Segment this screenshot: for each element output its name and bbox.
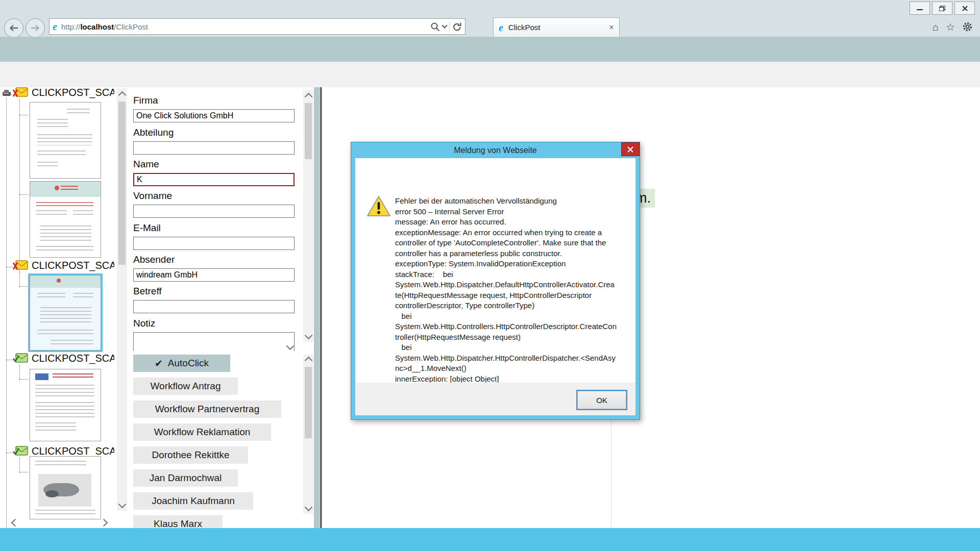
workflow-antrag-button[interactable]: Workflow Antrag [133, 378, 238, 395]
taskbar: >_ e [0, 528, 980, 551]
tree-item-label[interactable]: CLICKPOST_SCAN [32, 353, 114, 364]
tree-item-label[interactable]: CLICKPOST_SCAN [32, 87, 114, 98]
notiz-input[interactable] [133, 332, 295, 351]
betreff-input[interactable] [133, 300, 295, 313]
scrollbar-thumb[interactable] [118, 102, 126, 265]
tab-favicon: e [499, 22, 503, 33]
forward-arrow-icon [31, 24, 40, 32]
dialog-close-button[interactable] [621, 142, 640, 156]
workflow-reklamation-button[interactable]: Workflow Reklamation [133, 423, 271, 441]
form-scrollbar[interactable] [303, 90, 313, 342]
tree-item-label[interactable]: CLICKPOST_SCAN [32, 260, 114, 271]
settings-gear-icon[interactable] [962, 21, 973, 32]
absender-input[interactable] [133, 268, 295, 282]
field-label-firma: Firma [133, 95, 158, 106]
vorname-input[interactable] [133, 205, 295, 218]
page-thumbnail[interactable] [30, 456, 101, 519]
panel-divider[interactable] [314, 87, 321, 528]
search-icon[interactable] [430, 22, 440, 32]
scroll-right-icon[interactable] [100, 519, 108, 527]
tree-line [6, 453, 12, 453]
tree-line [19, 458, 20, 473]
back-arrow-icon [9, 24, 18, 32]
field-label-abteilung: Abteilung [133, 127, 174, 138]
field-label-absender: Absender [133, 254, 175, 265]
scroll-up-icon[interactable] [305, 93, 313, 101]
window-controls [910, 2, 975, 15]
home-icon[interactable]: ⌂ [933, 22, 939, 32]
search-dropdown-icon[interactable] [442, 22, 447, 28]
autoclick-button[interactable]: ✔ AutoClick [133, 355, 230, 372]
browser-chrome: e http://localhost/ClickPost e ClickPost… [0, 0, 980, 37]
field-label-email: E-Mail [133, 222, 161, 234]
button-label: Klaus Marx [154, 518, 202, 528]
firma-input[interactable] [133, 109, 295, 122]
tree-line [19, 194, 29, 195]
mail-error-icon [12, 259, 29, 272]
webpage-message-dialog: Meldung von Webseite Fehler bei der auto… [351, 142, 640, 420]
dialog-body: Fehler bei der automatischen Vervollstän… [355, 158, 635, 415]
scroll-up-icon[interactable] [118, 91, 127, 99]
tree-scrollbar[interactable] [117, 88, 127, 511]
check-icon: ✔ [155, 358, 163, 369]
jan-darmochwal-button[interactable]: Jan Darmochwal [133, 469, 238, 487]
ok-button[interactable]: OK [576, 390, 627, 410]
forward-button[interactable] [26, 18, 45, 38]
button-label: Workflow Antrag [151, 381, 221, 392]
dorothee-rekittke-button[interactable]: Dorothee Rekittke [133, 446, 248, 464]
app-header: CLICKPost ONE CLICKSOLUTIONS [0, 37, 980, 62]
refresh-icon[interactable] [452, 22, 462, 32]
field-label-betreff: Betreff [133, 286, 162, 297]
scrollbar-thumb[interactable] [305, 367, 312, 438]
url-host: localhost [80, 22, 114, 31]
chrome-actions: ⌂ ☆ [933, 21, 973, 32]
browser-tab[interactable]: e ClickPost × [493, 17, 620, 37]
page-thumbnail[interactable] [30, 369, 101, 441]
tree-line [6, 267, 12, 267]
tree-line [19, 272, 20, 287]
tab-close-icon[interactable]: × [609, 22, 614, 33]
scroll-down-icon[interactable] [305, 332, 313, 340]
page-thumbnail[interactable] [30, 181, 101, 258]
tree-item-3[interactable]: CLICKPOST_SCAN [12, 352, 114, 365]
joachim-kaufmann-button[interactable]: Joachim Kaufmann [133, 492, 253, 510]
scroll-down-icon[interactable] [118, 500, 127, 509]
dialog-title: Meldung von Webseite [351, 142, 640, 158]
tree-item-2[interactable]: CLICKPOST_SCAN [12, 259, 114, 272]
favorites-star-icon[interactable]: ☆ [946, 22, 955, 32]
close-button[interactable] [954, 2, 975, 15]
back-button[interactable] [4, 18, 23, 38]
tree-item-1[interactable]: CLICKPOST_SCAN [12, 87, 114, 99]
url-text[interactable]: http://localhost/ClickPost [61, 22, 148, 31]
tree-line [19, 365, 20, 380]
address-bar[interactable]: e http://localhost/ClickPost [49, 18, 465, 35]
scanner-root-icon[interactable] [2, 89, 12, 97]
mail-ok-icon [12, 444, 29, 458]
scroll-left-icon[interactable] [11, 519, 19, 527]
workflow-partnervertrag-button[interactable]: Workflow Partnervertrag [133, 400, 281, 418]
close-icon [962, 6, 968, 11]
minimize-button[interactable] [910, 2, 930, 15]
tree-line [19, 99, 20, 278]
scroll-down-icon[interactable] [305, 504, 313, 512]
page-thumbnail-selected[interactable] [30, 275, 101, 350]
page-thumbnail[interactable] [30, 102, 101, 179]
actions-scrollbar[interactable] [303, 355, 313, 514]
close-icon [627, 146, 633, 153]
restore-button[interactable] [932, 2, 952, 15]
button-label: Jan Darmochwal [150, 472, 222, 484]
abteilung-input[interactable] [133, 141, 295, 155]
tree-line [6, 94, 12, 95]
button-label: Joachim Kaufmann [152, 495, 235, 507]
name-input[interactable] [133, 173, 295, 186]
restore-icon [939, 6, 945, 11]
tree-item-label[interactable]: CLICKPOST_SCAN [32, 445, 114, 457]
scrollbar-thumb[interactable] [305, 103, 312, 159]
field-label-vorname: Vorname [133, 190, 172, 202]
klaus-marx-button[interactable]: Klaus Marx [133, 515, 223, 528]
tree-line [19, 115, 29, 115]
scroll-up-icon[interactable] [305, 357, 313, 365]
mail-ok-icon [12, 352, 29, 365]
email-input[interactable] [133, 237, 295, 250]
main-toolbar: 0 A 0 A [0, 62, 980, 88]
